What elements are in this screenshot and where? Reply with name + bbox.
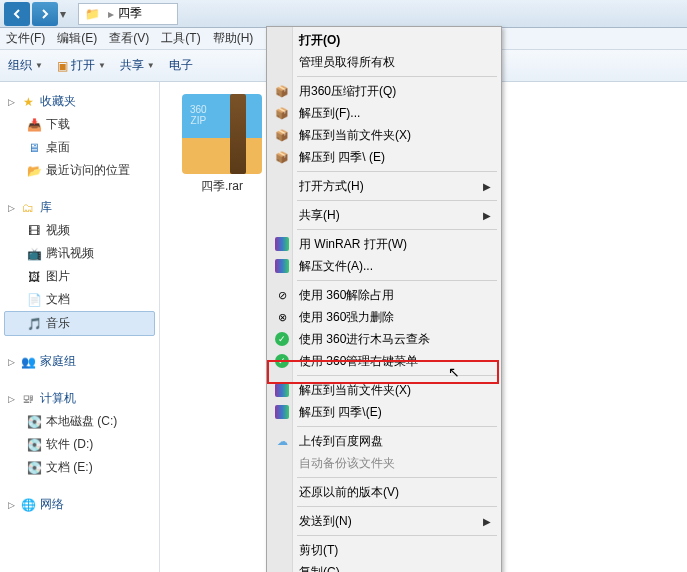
recent-icon: 📂 xyxy=(26,163,42,179)
document-icon: 📄 xyxy=(26,292,42,308)
360-icon: ⊘ xyxy=(273,286,291,304)
sidebar-disk-d[interactable]: 💽软件 (D:) xyxy=(4,433,155,456)
menu-restore[interactable]: 还原以前的版本(V) xyxy=(269,481,499,503)
menu-cut[interactable]: 剪切(T) xyxy=(269,539,499,561)
nav-back-button[interactable] xyxy=(4,2,30,26)
disk-icon: 💽 xyxy=(26,437,42,453)
toolbar-organize[interactable]: 组织▼ xyxy=(8,57,43,74)
sidebar: ▷★收藏夹 📥下载 🖥桌面 📂最近访问的位置 ▷🗂库 🎞视频 📺腾讯视频 🖼图片… xyxy=(0,82,160,572)
sidebar-downloads[interactable]: 📥下载 xyxy=(4,113,155,136)
disk-icon: 💽 xyxy=(26,414,42,430)
breadcrumb[interactable]: 📁 ▸ 四季 xyxy=(78,3,178,25)
menu-view[interactable]: 查看(V) xyxy=(109,30,149,47)
menu-extract-here-2[interactable]: 解压到当前文件夹(X) xyxy=(269,379,499,401)
homegroup-icon: 👥 xyxy=(20,354,36,370)
picture-icon: 🖼 xyxy=(26,269,42,285)
network-icon: 🌐 xyxy=(20,497,36,513)
menu-360-force[interactable]: ⊗使用 360强力删除 xyxy=(269,306,499,328)
winrar-icon xyxy=(273,235,291,253)
sidebar-documents[interactable]: 📄文档 xyxy=(4,288,155,311)
nav-history-dropdown[interactable]: ▾ xyxy=(60,7,74,21)
winrar-icon xyxy=(273,381,291,399)
submenu-arrow-icon: ▶ xyxy=(483,516,491,527)
sidebar-videos[interactable]: 🎞视频 xyxy=(4,219,155,242)
menu-360-menu[interactable]: ✓使用 360管理右键菜单 xyxy=(269,350,499,372)
nav-forward-button[interactable] xyxy=(32,2,58,26)
zip-icon: 📦 xyxy=(273,126,291,144)
library-icon: 🗂 xyxy=(20,200,36,216)
sidebar-network[interactable]: ▷🌐网络 xyxy=(4,493,155,516)
menu-open-with[interactable]: 打开方式(H)▶ xyxy=(269,175,499,197)
360-icon: ✓ xyxy=(273,352,291,370)
toolbar-open[interactable]: ▣打开▼ xyxy=(57,57,106,74)
music-icon: 🎵 xyxy=(26,316,42,332)
toolbar-email[interactable]: 电子 xyxy=(169,57,193,74)
desktop-icon: 🖥 xyxy=(26,140,42,156)
submenu-arrow-icon: ▶ xyxy=(483,210,491,221)
open-icon: ▣ xyxy=(57,59,68,73)
tencent-icon: 📺 xyxy=(26,246,42,262)
breadcrumb-separator: ▸ xyxy=(108,7,114,21)
winrar-icon xyxy=(273,403,291,421)
sidebar-pictures[interactable]: 🖼图片 xyxy=(4,265,155,288)
menu-360-trojan[interactable]: ✓使用 360进行木马云查杀 xyxy=(269,328,499,350)
sidebar-favorites[interactable]: ▷★收藏夹 xyxy=(4,90,155,113)
menu-help[interactable]: 帮助(H) xyxy=(213,30,254,47)
menu-send-to[interactable]: 发送到(N)▶ xyxy=(269,510,499,532)
menu-extract-folder[interactable]: 📦解压到 四季\ (E) xyxy=(269,146,499,168)
zip-icon: 📦 xyxy=(273,148,291,166)
menu-360-unlock[interactable]: ⊘使用 360解除占用 xyxy=(269,284,499,306)
menu-extract-here[interactable]: 📦解压到当前文件夹(X) xyxy=(269,124,499,146)
menu-share[interactable]: 共享(H)▶ xyxy=(269,204,499,226)
folder-icon: 📁 xyxy=(85,7,100,21)
menu-tools[interactable]: 工具(T) xyxy=(161,30,200,47)
menu-edit[interactable]: 编辑(E) xyxy=(57,30,97,47)
zip-icon: 📦 xyxy=(273,82,291,100)
sidebar-tencent[interactable]: 📺腾讯视频 xyxy=(4,242,155,265)
menu-copy[interactable]: 复制(C) xyxy=(269,561,499,572)
sidebar-disk-e[interactable]: 💽文档 (E:) xyxy=(4,456,155,479)
arrow-right-icon xyxy=(39,8,51,20)
computer-icon: 🖳 xyxy=(20,391,36,407)
sidebar-computer[interactable]: ▷🖳计算机 xyxy=(4,387,155,410)
submenu-arrow-icon: ▶ xyxy=(483,181,491,192)
breadcrumb-folder: 四季 xyxy=(118,5,142,22)
winrar-icon xyxy=(273,257,291,275)
360-icon: ✓ xyxy=(273,330,291,348)
arrow-left-icon xyxy=(11,8,23,20)
menu-open-360[interactable]: 📦用360压缩打开(Q) xyxy=(269,80,499,102)
download-icon: 📥 xyxy=(26,117,42,133)
sidebar-homegroup[interactable]: ▷👥家庭组 xyxy=(4,350,155,373)
menu-extract-to[interactable]: 📦解压到(F)... xyxy=(269,102,499,124)
titlebar: ▾ 📁 ▸ 四季 xyxy=(0,0,687,28)
star-icon: ★ xyxy=(20,94,36,110)
menu-open[interactable]: 打开(O) xyxy=(269,29,499,51)
context-menu: 打开(O) 管理员取得所有权 📦用360压缩打开(Q) 📦解压到(F)... 📦… xyxy=(266,26,502,572)
zip-icon: 📦 xyxy=(273,104,291,122)
sidebar-libraries[interactable]: ▷🗂库 xyxy=(4,196,155,219)
menu-admin[interactable]: 管理员取得所有权 xyxy=(269,51,499,73)
menu-extract-folder-2[interactable]: 解压到 四季\(E) xyxy=(269,401,499,423)
sidebar-disk-c[interactable]: 💽本地磁盘 (C:) xyxy=(4,410,155,433)
toolbar-share[interactable]: 共享▼ xyxy=(120,57,155,74)
video-icon: 🎞 xyxy=(26,223,42,239)
file-label: 四季.rar xyxy=(172,178,272,195)
360-icon: ⊗ xyxy=(273,308,291,326)
sidebar-desktop[interactable]: 🖥桌面 xyxy=(4,136,155,159)
menu-auto-backup: 自动备份该文件夹 xyxy=(269,452,499,474)
menu-open-winrar[interactable]: 用 WinRAR 打开(W) xyxy=(269,233,499,255)
menu-file[interactable]: 文件(F) xyxy=(6,30,45,47)
file-item[interactable]: 四季.rar xyxy=(172,94,272,195)
menu-upload-baidu[interactable]: ☁上传到百度网盘 xyxy=(269,430,499,452)
cloud-icon: ☁ xyxy=(273,432,291,450)
sidebar-music[interactable]: 🎵音乐 xyxy=(4,311,155,336)
menu-extract-files[interactable]: 解压文件(A)... xyxy=(269,255,499,277)
disk-icon: 💽 xyxy=(26,460,42,476)
archive-icon xyxy=(182,94,262,174)
sidebar-recent[interactable]: 📂最近访问的位置 xyxy=(4,159,155,182)
